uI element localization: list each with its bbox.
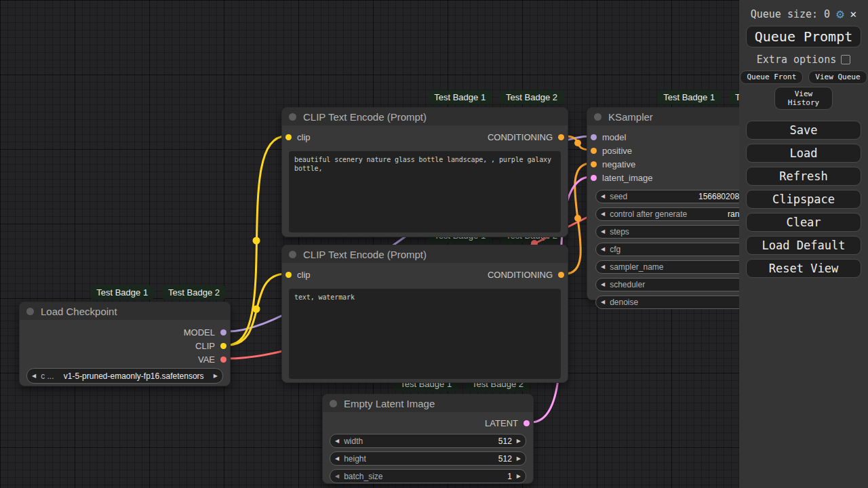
slot-label: CONDITIONING [488, 270, 553, 280]
badge-row-clip-pos: Test Badge 1 Test Badge 2 [281, 90, 564, 104]
node-title: KSampler [608, 111, 653, 123]
width-widget[interactable]: ◀ width 512 ▶ [330, 434, 526, 448]
widget-label: control after generate [610, 209, 687, 219]
model-output-slot: MODEL [20, 325, 230, 339]
decrement-arrow-icon[interactable]: ◀ [601, 194, 605, 199]
node-clip-text-encode-positive[interactable]: CLIP Text Encode (Prompt) clip CONDITION… [281, 107, 568, 237]
collapse-dot-icon[interactable] [289, 113, 296, 121]
clipspace-button[interactable]: Clipspace [746, 190, 861, 209]
clip-wire-dot [253, 237, 260, 245]
widget-label: width [344, 436, 363, 446]
node-title-bar[interactable]: CLIP Text Encode (Prompt) [282, 245, 568, 263]
queue-prompt-button[interactable]: Queue Prompt [746, 26, 861, 47]
latent-output-slot: LATENT [323, 416, 533, 430]
slot-label: model [602, 132, 626, 142]
conditioning-input-dot[interactable] [591, 161, 597, 167]
refresh-button[interactable]: Refresh [746, 167, 861, 186]
slot-label: MODEL [184, 327, 215, 338]
prompt-textarea[interactable]: beautiful scenery nature glass bottle la… [289, 151, 561, 232]
slot-label: negative [602, 159, 635, 169]
node-empty-latent-image[interactable]: Empty Latent Image LATENT ◀ width 512 ▶ … [322, 394, 534, 484]
clip-wire-negative [228, 274, 285, 345]
node-title: CLIP Text Encode (Prompt) [303, 111, 427, 123]
slot-label: CONDITIONING [488, 132, 553, 142]
decrement-arrow-icon[interactable]: ◀ [32, 373, 36, 379]
slot-label: clip [297, 270, 311, 280]
extra-options-checkbox[interactable] [841, 55, 850, 64]
test-badge: Test Badge 2 [500, 90, 564, 104]
decrement-arrow-icon[interactable]: ◀ [601, 211, 605, 217]
slot-label: clip [297, 132, 311, 142]
model-output-dot[interactable] [220, 329, 226, 336]
queue-front-button[interactable]: Queue Front [740, 70, 803, 84]
node-title-bar[interactable]: Load Checkpoint [20, 302, 230, 320]
widget-label: batch_size [344, 472, 382, 481]
clip-output-slot: CLIP [20, 339, 230, 352]
extra-options-label: Extra options [757, 54, 836, 66]
decrement-arrow-icon[interactable]: ◀ [601, 229, 605, 235]
widget-label: height [344, 454, 366, 464]
conditioning-output-dot[interactable] [558, 272, 564, 278]
increment-arrow-icon[interactable]: ▶ [517, 439, 521, 444]
increment-arrow-icon[interactable]: ▶ [517, 456, 521, 462]
batch-size-widget[interactable]: ◀ batch_size 1 ▶ [330, 469, 526, 483]
widget-label: denoise [610, 298, 638, 307]
decrement-arrow-icon[interactable]: ◀ [601, 264, 605, 270]
node-title-bar[interactable]: Empty Latent Image [323, 394, 533, 412]
node-title: CLIP Text Encode (Prompt) [303, 249, 427, 260]
prompt-textarea[interactable]: text, watermark [289, 289, 561, 379]
collapse-dot-icon[interactable] [330, 400, 337, 407]
load-button[interactable]: Load [746, 144, 861, 163]
slot-label: CLIP [195, 341, 215, 351]
widget-value: 1566802087 [698, 192, 744, 201]
close-icon[interactable]: ✕ [850, 9, 857, 20]
settings-gear-icon[interactable]: ⚙ [836, 7, 844, 20]
node-clip-text-encode-negative[interactable]: CLIP Text Encode (Prompt) clip CONDITION… [281, 245, 568, 383]
latent-output-dot[interactable] [524, 420, 530, 426]
clip-output-dot[interactable] [220, 343, 226, 349]
collapse-dot-icon[interactable] [289, 251, 296, 258]
conditioning-output-dot[interactable] [558, 134, 564, 140]
conditioning-input-dot[interactable] [591, 148, 597, 154]
collapse-dot-icon[interactable] [594, 113, 601, 121]
widget-value: 1 [507, 472, 512, 481]
clip-wire-positive [228, 136, 285, 345]
vae-output-dot[interactable] [220, 357, 226, 363]
save-button[interactable]: Save [746, 121, 861, 140]
widget-label: scheduler [610, 280, 645, 289]
decrement-arrow-icon[interactable]: ◀ [601, 300, 605, 305]
model-input-dot[interactable] [591, 134, 597, 140]
test-badge: Test Badge 1 [90, 285, 154, 300]
clip-input-slot: clip CONDITIONING [282, 268, 568, 281]
load-default-button[interactable]: Load Default [746, 236, 861, 255]
collapse-dot-icon[interactable] [26, 308, 34, 315]
decrement-arrow-icon[interactable]: ◀ [601, 282, 605, 287]
decrement-arrow-icon[interactable]: ◀ [601, 247, 605, 252]
node-load-checkpoint[interactable]: Load Checkpoint MODEL CLIP VAE ◀ c ... v… [19, 302, 231, 386]
node-title: Empty Latent Image [344, 398, 435, 409]
graph-canvas[interactable]: Test Badge 1 Test Badge 2 Test Badge 1 T… [0, 0, 868, 488]
decrement-arrow-icon[interactable]: ◀ [335, 456, 339, 462]
widget-label: steps [610, 227, 629, 237]
decrement-arrow-icon[interactable]: ◀ [335, 439, 339, 444]
clip-input-dot[interactable] [285, 134, 292, 140]
decrement-arrow-icon[interactable]: ◀ [335, 474, 339, 479]
node-title-bar[interactable]: CLIP Text Encode (Prompt) [282, 108, 568, 125]
clip-input-dot[interactable] [285, 272, 292, 278]
ckpt-name-combo[interactable]: ◀ c ... v1-5-pruned-emaonly-fp16.safeten… [26, 368, 223, 384]
test-badge: Test Badge 2 [162, 285, 226, 300]
slot-label: latent_image [602, 173, 652, 183]
clip-input-slot: clip CONDITIONING [282, 130, 568, 144]
clear-button[interactable]: Clear [746, 213, 861, 232]
reset-view-button[interactable]: Reset View [746, 259, 861, 278]
vae-output-slot: VAE [20, 352, 230, 366]
slot-label: LATENT [485, 418, 518, 428]
increment-arrow-icon[interactable]: ▶ [214, 373, 218, 379]
height-widget[interactable]: ◀ height 512 ▶ [330, 451, 526, 466]
view-history-button[interactable]: View History [774, 87, 833, 110]
increment-arrow-icon[interactable]: ▶ [517, 474, 521, 479]
view-queue-button[interactable]: View Queue [808, 70, 867, 84]
widget-value: 512 [498, 454, 512, 464]
latent-input-dot[interactable] [591, 175, 597, 181]
slot-label: positive [602, 146, 632, 156]
